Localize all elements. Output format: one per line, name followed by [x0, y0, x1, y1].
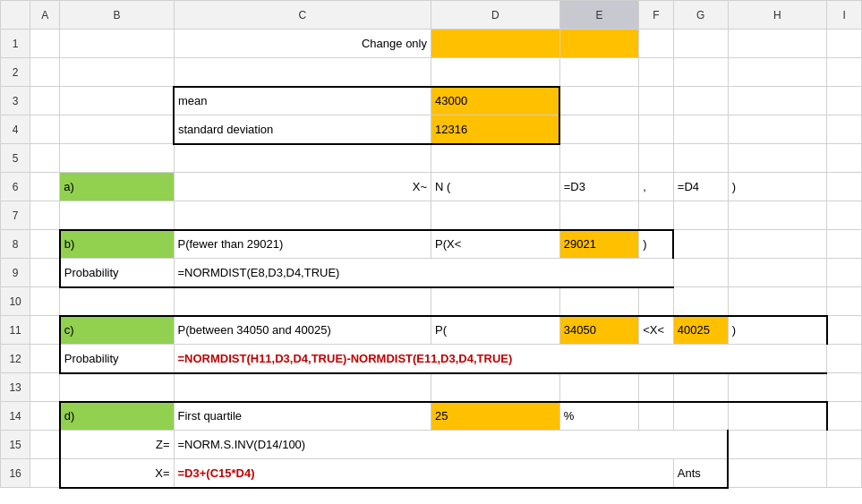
cell-c9[interactable]: =NORMDIST(E8,D3,D4,TRUE) — [174, 259, 673, 287]
cell-c13[interactable] — [174, 373, 431, 402]
cell-e14[interactable]: % — [559, 402, 638, 431]
cell-c15[interactable]: =NORM.S.INV(D14/100) — [174, 431, 728, 459]
cell-d14[interactable]: 25 — [431, 402, 559, 431]
cell-h4[interactable] — [728, 115, 827, 144]
cell-d6[interactable]: N ( — [431, 173, 559, 201]
cell-i16[interactable] — [827, 459, 862, 488]
cell-h7[interactable] — [728, 201, 827, 230]
cell-b16[interactable]: X= — [60, 459, 174, 488]
cell-h16[interactable] — [728, 459, 827, 488]
cell-c7[interactable] — [174, 201, 431, 230]
cell-c6[interactable]: X~ — [174, 173, 431, 201]
cell-c14[interactable]: First quartile — [174, 402, 431, 431]
cell-d4[interactable]: 12316 — [431, 115, 559, 144]
cell-c2[interactable] — [174, 58, 431, 87]
cell-c4[interactable]: standard deviation — [174, 115, 431, 144]
cell-e8[interactable]: 29021 — [559, 230, 638, 259]
cell-a7[interactable] — [30, 201, 60, 230]
cell-h6[interactable]: ) — [728, 173, 827, 201]
cell-h9[interactable] — [728, 259, 827, 287]
cell-b7[interactable] — [60, 201, 174, 230]
cell-f4[interactable] — [639, 115, 674, 144]
cell-c1[interactable]: Change only — [174, 30, 431, 58]
cell-h1[interactable] — [728, 30, 827, 58]
cell-b14[interactable]: d) — [60, 402, 174, 431]
cell-i12[interactable] — [827, 345, 862, 373]
cell-i15[interactable] — [827, 431, 862, 459]
cell-b8[interactable]: b) — [60, 230, 174, 259]
cell-e4[interactable] — [559, 115, 638, 144]
cell-b4[interactable] — [60, 115, 174, 144]
col-header-f[interactable]: F — [639, 1, 674, 30]
cell-h10[interactable] — [728, 287, 827, 316]
cell-i8[interactable] — [827, 230, 862, 259]
cell-g13[interactable] — [673, 373, 728, 402]
cell-g2[interactable] — [673, 58, 728, 87]
cell-i1[interactable] — [827, 30, 862, 58]
cell-a3[interactable] — [30, 87, 60, 115]
cell-d3[interactable]: 43000 — [431, 87, 559, 115]
cell-e2[interactable] — [559, 58, 638, 87]
col-header-i[interactable]: I — [827, 1, 862, 30]
col-header-g[interactable]: G — [673, 1, 728, 30]
cell-c11[interactable]: P(between 34050 and 40025) — [174, 316, 431, 345]
cell-e3[interactable] — [559, 87, 638, 115]
cell-g4[interactable] — [673, 115, 728, 144]
cell-b6[interactable]: a) — [60, 173, 174, 201]
cell-a6[interactable] — [30, 173, 60, 201]
cell-g9[interactable] — [673, 259, 728, 287]
cell-c16[interactable]: =D3+(C15*D4) — [174, 459, 673, 488]
cell-d2[interactable] — [431, 58, 559, 87]
cell-d1[interactable] — [431, 30, 559, 58]
cell-f5[interactable] — [639, 144, 674, 173]
cell-b1[interactable] — [60, 30, 174, 58]
cell-a10[interactable] — [30, 287, 60, 316]
cell-i2[interactable] — [827, 58, 862, 87]
cell-g11[interactable]: 40025 — [673, 316, 728, 345]
cell-f1[interactable] — [639, 30, 674, 58]
cell-h8[interactable] — [728, 230, 827, 259]
cell-f11[interactable]: <X< — [639, 316, 674, 345]
cell-i14[interactable] — [827, 402, 862, 431]
cell-d13[interactable] — [431, 373, 559, 402]
cell-i13[interactable] — [827, 373, 862, 402]
cell-a14[interactable] — [30, 402, 60, 431]
cell-e11[interactable]: 34050 — [559, 316, 638, 345]
cell-h11[interactable]: ) — [728, 316, 827, 345]
cell-g3[interactable] — [673, 87, 728, 115]
cell-a15[interactable] — [30, 431, 60, 459]
cell-h3[interactable] — [728, 87, 827, 115]
cell-i4[interactable] — [827, 115, 862, 144]
cell-i7[interactable] — [827, 201, 862, 230]
cell-f6[interactable]: , — [639, 173, 674, 201]
cell-e7[interactable] — [559, 201, 638, 230]
cell-b5[interactable] — [60, 144, 174, 173]
cell-a4[interactable] — [30, 115, 60, 144]
cell-b13[interactable] — [60, 373, 174, 402]
cell-h2[interactable] — [728, 58, 827, 87]
cell-g7[interactable] — [673, 201, 728, 230]
cell-g10[interactable] — [673, 287, 728, 316]
cell-c8[interactable]: P(fewer than 29021) — [174, 230, 431, 259]
cell-a1[interactable] — [30, 30, 60, 58]
cell-f8[interactable]: ) — [639, 230, 674, 259]
cell-e5[interactable] — [559, 144, 638, 173]
col-header-b[interactable]: B — [60, 1, 174, 30]
cell-d11[interactable]: P( — [431, 316, 559, 345]
cell-h13[interactable] — [728, 373, 827, 402]
cell-a16[interactable] — [30, 459, 60, 488]
cell-i3[interactable] — [827, 87, 862, 115]
cell-a13[interactable] — [30, 373, 60, 402]
cell-f7[interactable] — [639, 201, 674, 230]
cell-i11[interactable] — [827, 316, 862, 345]
cell-b10[interactable] — [60, 287, 174, 316]
cell-f2[interactable] — [639, 58, 674, 87]
col-header-h[interactable]: H — [728, 1, 827, 30]
cell-f13[interactable] — [639, 373, 674, 402]
cell-g8[interactable] — [673, 230, 728, 259]
cell-b3[interactable] — [60, 87, 174, 115]
cell-i6[interactable] — [827, 173, 862, 201]
cell-d7[interactable] — [431, 201, 559, 230]
cell-c12[interactable]: =NORMDIST(H11,D3,D4,TRUE)-NORMDIST(E11,D… — [174, 345, 827, 373]
cell-a8[interactable] — [30, 230, 60, 259]
